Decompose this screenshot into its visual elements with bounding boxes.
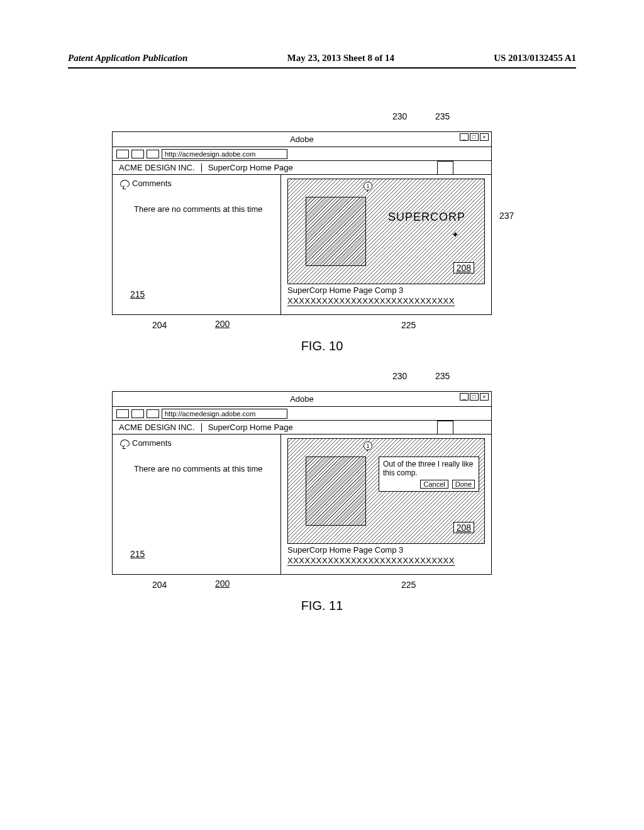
comments-empty-text-b: There are no comments at this time <box>120 448 273 474</box>
ref-215: 215 <box>130 289 145 299</box>
nav-back-button[interactable] <box>116 150 129 158</box>
nav-forward-button[interactable] <box>131 150 144 158</box>
comment-pin-icon-b[interactable]: 1 <box>364 441 372 450</box>
minimize-icon[interactable]: _ <box>460 133 469 141</box>
ref-235-b: 235 <box>435 371 450 381</box>
under-labels-11: 204 200 225 <box>112 575 492 595</box>
comments-label-b: Comments <box>132 438 172 448</box>
done-button[interactable]: Done <box>452 480 475 489</box>
comments-pane: Comments There are no comments at this t… <box>113 175 281 314</box>
page-header: Patent Application Publication May 23, 2… <box>68 53 576 64</box>
popup-buttons: Cancel Done <box>383 480 475 489</box>
supercorp-label: SUPERCORP <box>388 211 465 224</box>
close-icon-b[interactable]: × <box>480 393 489 401</box>
preview-pane-b: 208 1 Out of the three I really like thi… <box>281 434 491 574</box>
pin-number: 1 <box>366 183 369 189</box>
breadcrumb-divider <box>201 163 202 172</box>
ref-200: 200 <box>215 319 230 329</box>
x-row-b: XXXXXXXXXXXXXXXXXXXXXXXXXXXXX <box>287 556 455 566</box>
window-controls: _ □ × <box>460 133 489 141</box>
breadcrumb-divider-b <box>201 423 202 432</box>
preview-image-b[interactable]: 208 1 Out of the three I really like thi… <box>287 438 485 544</box>
window-title-b: Adobe <box>290 394 314 404</box>
ref-230: 230 <box>392 111 407 121</box>
breadcrumb-org-b[interactable]: ACME DESIGN INC. <box>119 423 195 432</box>
breadcrumb-row-b: ACME DESIGN INC. SuperCorp Home Page <box>113 421 491 434</box>
window-titlebar-b: Adobe _ □ × <box>113 392 491 407</box>
breadcrumb-org[interactable]: ACME DESIGN INC. <box>119 163 195 172</box>
pin-number-b: 1 <box>366 443 369 449</box>
inner-box-b <box>306 456 366 526</box>
ref-235: 235 <box>435 111 450 121</box>
cancel-button[interactable]: Cancel <box>420 480 448 489</box>
url-text: http://acmedesign.adobe.com <box>165 150 255 158</box>
nav-forward-button-b[interactable] <box>131 409 144 418</box>
ref-208: 208 <box>453 262 474 274</box>
ref-237: 237 <box>499 211 514 221</box>
breadcrumb-page[interactable]: SuperCorp Home Page <box>208 163 293 172</box>
maximize-icon-b[interactable]: □ <box>470 393 479 401</box>
comment-popup: Out of the three I really like this comp… <box>379 456 479 492</box>
svg-rect-3 <box>306 457 365 525</box>
comments-header-b: Comments <box>120 438 273 448</box>
breadcrumb-row: ACME DESIGN INC. SuperCorp Home Page <box>113 161 491 175</box>
url-field[interactable]: http://acmedesign.adobe.com <box>162 149 287 159</box>
window-title: Adobe <box>290 135 314 144</box>
window-controls-b: _ □ × <box>460 393 489 401</box>
preview-image[interactable]: SUPERCORP ✦ 208 1 <box>287 179 485 284</box>
window-frame-b: Adobe _ □ × http://acmedesign.adobe.com … <box>112 391 492 575</box>
hatch-inner <box>306 197 365 265</box>
star-icon: ✦ <box>452 230 459 240</box>
ref-215-b: 215 <box>130 549 145 559</box>
header-left: Patent Application Publication <box>68 53 187 64</box>
ref-225-b: 225 <box>401 580 416 590</box>
window-titlebar: Adobe _ □ × <box>113 132 491 147</box>
comments-label: Comments <box>132 179 172 188</box>
figure-11-block: 230 235 Adobe _ □ × http://acmedesign.ad… <box>68 391 576 613</box>
hatch-inner-b <box>306 457 365 525</box>
comment-pin-icon[interactable]: 1 <box>364 182 372 191</box>
comments-empty-text: There are no comments at this time <box>120 188 273 214</box>
toolbar-box[interactable] <box>437 161 453 175</box>
breadcrumb-page-b[interactable]: SuperCorp Home Page <box>208 423 293 432</box>
header-rule <box>68 67 576 69</box>
ref-200-b: 200 <box>215 578 230 589</box>
body-row: Comments There are no comments at this t… <box>113 175 491 314</box>
ref-225: 225 <box>401 320 416 330</box>
comment-popup-text: Out of the three I really like this comp… <box>383 460 475 477</box>
page: Patent Application Publication May 23, 2… <box>0 0 644 830</box>
comp-title-b: SuperCorp Home Page Comp 3 <box>287 545 485 555</box>
address-bar: http://acmedesign.adobe.com <box>113 147 491 161</box>
header-center: May 23, 2013 Sheet 8 of 14 <box>287 53 394 64</box>
address-bar-b: http://acmedesign.adobe.com <box>113 407 491 421</box>
nav-reload-button-b[interactable] <box>147 409 159 418</box>
comment-bubble-icon-b <box>120 440 130 447</box>
x-row: XXXXXXXXXXXXXXXXXXXXXXXXXXXXX <box>287 296 455 306</box>
minimize-icon-b[interactable]: _ <box>460 393 469 401</box>
toolbar-box-b[interactable] <box>437 421 453 434</box>
nav-back-button-b[interactable] <box>116 409 129 418</box>
under-labels-10: 204 200 225 <box>112 315 492 335</box>
comment-bubble-icon <box>120 180 130 187</box>
ref-204: 204 <box>152 320 167 330</box>
url-text-b: http://acmedesign.adobe.com <box>165 410 255 418</box>
comments-pane-b: Comments There are no comments at this t… <box>113 434 281 574</box>
url-field-b[interactable]: http://acmedesign.adobe.com <box>162 409 287 419</box>
maximize-icon[interactable]: □ <box>470 133 479 141</box>
inner-box <box>306 197 366 266</box>
ref-204-b: 204 <box>152 580 167 590</box>
figure-10-block: 230 235 237 Adobe _ □ × http://acmedesig… <box>68 131 576 353</box>
preview-pane: SUPERCORP ✦ 208 1 SuperCorp Home Page Co… <box>281 175 491 314</box>
figure-10-caption: FIG. 10 <box>68 339 576 353</box>
ref-230-b: 230 <box>392 371 407 381</box>
header-right: US 2013/0132455 A1 <box>494 53 576 64</box>
close-icon[interactable]: × <box>480 133 489 141</box>
ref-208-b: 208 <box>453 522 474 533</box>
svg-rect-1 <box>306 197 365 265</box>
comments-header: Comments <box>120 179 273 188</box>
figure-11-caption: FIG. 11 <box>68 599 576 613</box>
comp-title: SuperCorp Home Page Comp 3 <box>287 285 485 295</box>
body-row-b: Comments There are no comments at this t… <box>113 434 491 574</box>
nav-reload-button[interactable] <box>147 150 159 158</box>
window-frame: Adobe _ □ × http://acmedesign.adobe.com … <box>112 131 492 315</box>
